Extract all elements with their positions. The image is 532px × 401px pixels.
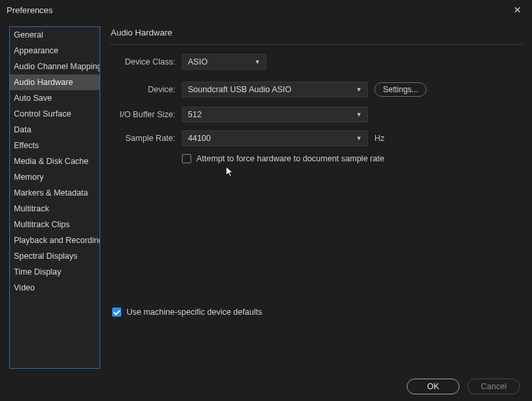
window-title: Preferences <box>7 5 53 15</box>
machine-defaults-checkbox[interactable] <box>112 307 121 317</box>
sample-rate-dropdown[interactable]: 44100 ▼ <box>182 130 368 146</box>
machine-defaults-label: Use machine-specific device defaults <box>127 307 262 317</box>
sample-rate-value: 44100 <box>188 134 211 143</box>
content-area: General Appearance Audio Channel Mapping… <box>0 20 532 369</box>
sidebar-item-audio-channel-mapping[interactable]: Audio Channel Mapping <box>10 59 100 74</box>
sidebar-item-data[interactable]: Data <box>10 122 100 138</box>
device-label: Device: <box>116 85 175 94</box>
chevron-down-icon: ▼ <box>254 59 260 65</box>
sidebar-item-auto-save[interactable]: Auto Save <box>10 90 100 106</box>
sidebar-item-video[interactable]: Video <box>10 280 100 296</box>
sidebar-item-media-disk-cache[interactable]: Media & Disk Cache <box>10 153 100 169</box>
sidebar-item-spectral-displays[interactable]: Spectral Displays <box>10 248 100 264</box>
section-title: Audio Hardware <box>109 26 523 44</box>
sidebar-item-multitrack[interactable]: Multitrack <box>10 201 100 217</box>
chevron-down-icon: ▼ <box>356 111 362 118</box>
device-dropdown[interactable]: Soundcraft USB Audio ASIO ▼ <box>182 82 368 97</box>
preferences-sidebar: General Appearance Audio Channel Mapping… <box>9 26 100 369</box>
device-value: Soundcraft USB Audio ASIO <box>188 85 291 94</box>
main-panel: Audio Hardware Device Class: ASIO ▼ Devi… <box>100 26 523 369</box>
sidebar-item-control-surface[interactable]: Control Surface <box>10 106 100 122</box>
cancel-button[interactable]: Cancel <box>467 379 520 394</box>
device-class-row: Device Class: ASIO ▼ <box>116 54 516 70</box>
device-class-dropdown[interactable]: ASIO ▼ <box>182 54 266 70</box>
sidebar-item-general[interactable]: General <box>10 27 100 43</box>
io-buffer-label: I/O Buffer Size: <box>116 110 175 119</box>
sample-rate-label: Sample Rate: <box>116 134 175 143</box>
sidebar-item-memory[interactable]: Memory <box>10 169 100 185</box>
sidebar-item-multitrack-clips[interactable]: Multitrack Clips <box>10 217 100 232</box>
close-icon[interactable]: ✕ <box>510 3 525 16</box>
io-buffer-row: I/O Buffer Size: 512 ▼ <box>116 107 516 122</box>
audio-hardware-panel: Device Class: ASIO ▼ Device: Soundcraft … <box>109 44 523 267</box>
sidebar-item-effects[interactable]: Effects <box>10 138 100 153</box>
sidebar-item-markers-metadata[interactable]: Markers & Metadata <box>10 185 100 201</box>
sidebar-item-audio-hardware[interactable]: Audio Hardware <box>10 74 100 90</box>
sidebar-item-playback-recording[interactable]: Playback and Recording <box>10 232 100 248</box>
force-hw-checkbox[interactable] <box>182 154 191 163</box>
io-buffer-dropdown[interactable]: 512 ▼ <box>182 107 368 122</box>
dialog-footer: OK Cancel <box>407 379 520 394</box>
device-class-value: ASIO <box>188 57 208 67</box>
device-settings-button[interactable]: Settings... <box>374 82 427 97</box>
force-hw-label: Attempt to force hardware to document sa… <box>196 154 384 163</box>
device-row: Device: Soundcraft USB Audio ASIO ▼ Sett… <box>116 82 516 97</box>
sidebar-item-appearance[interactable]: Appearance <box>10 43 100 59</box>
io-buffer-value: 512 <box>188 110 202 119</box>
title-bar: Preferences ✕ <box>0 0 532 20</box>
force-hw-row: Attempt to force hardware to document sa… <box>182 154 516 163</box>
device-class-label: Device Class: <box>116 57 175 67</box>
sample-rate-row: Sample Rate: 44100 ▼ Hz <box>116 130 516 146</box>
sample-rate-unit: Hz <box>374 134 384 143</box>
ok-button[interactable]: OK <box>407 379 459 394</box>
sidebar-item-time-display[interactable]: Time Display <box>10 264 100 280</box>
chevron-down-icon: ▼ <box>356 86 362 93</box>
chevron-down-icon: ▼ <box>356 135 362 142</box>
machine-defaults-row: Use machine-specific device defaults <box>112 307 523 317</box>
